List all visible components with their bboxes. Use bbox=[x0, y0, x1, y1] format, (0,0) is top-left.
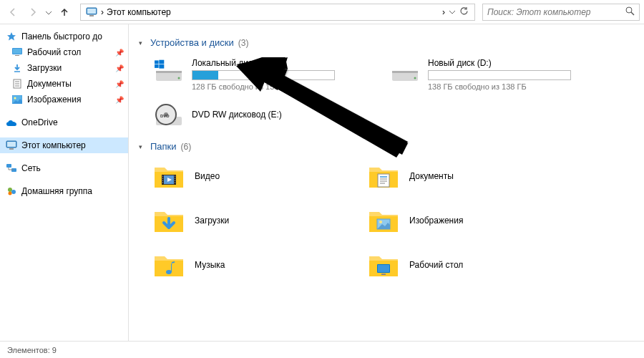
folders-grid: Видео Документы Загрузки Изображения Муз… bbox=[150, 159, 634, 282]
breadcrumb-location[interactable]: Этот компьютер bbox=[104, 7, 442, 17]
svg-point-27 bbox=[178, 77, 180, 79]
refresh-button[interactable] bbox=[459, 6, 469, 18]
sidebar-item-label: Этот компьютер bbox=[21, 140, 86, 150]
group-folders[interactable]: ▾ Папки (6) bbox=[139, 141, 634, 152]
drive-name: Новый диск (D:) bbox=[428, 58, 598, 68]
group-count: (6) bbox=[181, 142, 192, 152]
downloads-icon bbox=[11, 62, 23, 74]
folder-music-icon bbox=[153, 251, 185, 279]
folder-pictures-icon bbox=[368, 206, 399, 235]
svg-point-44 bbox=[162, 175, 163, 176]
drive-c[interactable]: Локальный диск (C:) 128 ГБ свободно из 1… bbox=[150, 55, 365, 94]
forward-button[interactable] bbox=[24, 4, 42, 21]
sidebar-item-label: Загрузки bbox=[27, 63, 62, 73]
svg-rect-1 bbox=[87, 9, 96, 14]
sidebar-onedrive[interactable]: OneDrive bbox=[0, 115, 128, 130]
svg-rect-17 bbox=[9, 148, 14, 150]
this-pc-icon bbox=[85, 6, 98, 19]
navigation-sidebar: Панель быстрого до Рабочий стол 📌 Загруз… bbox=[0, 24, 129, 341]
pictures-icon bbox=[11, 94, 23, 105]
chevron-down-icon: ▾ bbox=[139, 39, 146, 47]
sidebar-desktop[interactable]: Рабочий стол 📌 bbox=[0, 44, 128, 60]
folder-music[interactable]: Музыка bbox=[150, 248, 322, 282]
search-input[interactable] bbox=[487, 7, 625, 17]
drive-free-text: 138 ГБ свободно из 138 ГБ bbox=[428, 82, 598, 91]
sidebar-item-label: Сеть bbox=[21, 163, 41, 173]
svg-point-22 bbox=[8, 188, 12, 192]
svg-rect-30 bbox=[155, 64, 159, 68]
up-button[interactable] bbox=[56, 4, 73, 21]
sidebar-documents[interactable]: Документы 📌 bbox=[0, 76, 128, 92]
folder-label: Видео bbox=[195, 171, 220, 181]
svg-point-45 bbox=[162, 178, 163, 178]
drive-name: DVD RW дисковод (E:) bbox=[192, 110, 362, 120]
svg-rect-18 bbox=[6, 164, 11, 168]
folder-label: Загрузки bbox=[195, 216, 229, 226]
svg-point-24 bbox=[9, 192, 12, 195]
svg-point-3 bbox=[626, 7, 632, 13]
sidebar-item-label: Рабочий стол bbox=[27, 47, 81, 57]
group-count: (3) bbox=[238, 38, 249, 48]
svg-text:DVD: DVD bbox=[160, 114, 170, 118]
svg-point-51 bbox=[175, 182, 175, 183]
content-area: Панель быстрого до Рабочий стол 📌 Загруз… bbox=[0, 24, 644, 341]
group-devices[interactable]: ▾ Устройства и диски (3) bbox=[139, 37, 634, 48]
svg-line-4 bbox=[631, 12, 634, 15]
folder-downloads[interactable]: Загрузки bbox=[150, 203, 322, 238]
folder-documents-icon bbox=[368, 162, 399, 190]
sidebar-homegroup[interactable]: Домашняя группа bbox=[0, 183, 128, 199]
folder-videos-icon bbox=[153, 162, 185, 190]
history-dropdown[interactable] bbox=[46, 7, 52, 17]
sidebar-downloads[interactable]: Загрузки 📌 bbox=[0, 60, 128, 76]
folder-label: Изображения bbox=[409, 216, 463, 226]
back-button[interactable] bbox=[4, 4, 21, 21]
svg-rect-2 bbox=[89, 15, 94, 16]
svg-point-46 bbox=[162, 180, 163, 180]
drives-grid: Локальный диск (C:) 128 ГБ свободно из 1… bbox=[150, 55, 634, 131]
svg-point-23 bbox=[11, 190, 16, 194]
windows-drive-icon bbox=[153, 58, 185, 84]
folder-videos[interactable]: Видео bbox=[150, 159, 322, 193]
group-title: Устройства и диски bbox=[150, 37, 234, 48]
sidebar-pictures[interactable]: Изображения 📌 bbox=[0, 92, 128, 107]
svg-rect-7 bbox=[15, 55, 19, 56]
sidebar-quick-access[interactable]: Панель быстрого до bbox=[0, 29, 128, 44]
chevron-down-icon: ▾ bbox=[139, 143, 146, 150]
sidebar-this-pc[interactable]: Этот компьютер bbox=[0, 137, 128, 153]
folder-pictures[interactable]: Изображения bbox=[365, 203, 537, 238]
capacity-bar bbox=[192, 70, 335, 80]
folder-documents[interactable]: Документы bbox=[365, 159, 537, 193]
onedrive-icon bbox=[6, 117, 17, 128]
sidebar-item-label: Изображения bbox=[27, 95, 81, 105]
svg-rect-52 bbox=[378, 174, 389, 187]
sidebar-item-label: Панель быстрого до bbox=[21, 32, 102, 42]
svg-point-14 bbox=[14, 97, 16, 100]
folder-label: Музыка bbox=[195, 260, 225, 270]
pin-icon: 📌 bbox=[115, 96, 124, 104]
svg-rect-16 bbox=[7, 142, 16, 147]
main-panel: ▾ Устройства и диски (3) Локальный диск … bbox=[129, 24, 644, 341]
drive-name: Локальный диск (C:) bbox=[192, 58, 362, 68]
svg-point-48 bbox=[175, 175, 175, 176]
drive-d[interactable]: Новый диск (D:) 138 ГБ свободно из 138 Г… bbox=[386, 55, 601, 94]
hdd-icon bbox=[389, 58, 421, 84]
folder-desktop-icon bbox=[368, 251, 399, 279]
svg-rect-26 bbox=[156, 71, 182, 73]
address-bar[interactable]: › Этот компьютер › bbox=[80, 4, 475, 21]
svg-point-49 bbox=[175, 178, 175, 178]
drive-free-text: 128 ГБ свободно из 157 ГБ bbox=[192, 82, 362, 91]
drive-e[interactable]: DVD DVD RW дисковод (E:) bbox=[150, 100, 365, 131]
search-icon[interactable] bbox=[625, 6, 635, 18]
svg-rect-61 bbox=[381, 274, 386, 275]
svg-rect-60 bbox=[378, 265, 389, 272]
folder-desktop[interactable]: Рабочий стол bbox=[365, 248, 537, 282]
svg-point-50 bbox=[175, 180, 175, 180]
search-box[interactable] bbox=[482, 4, 640, 21]
sidebar-network[interactable]: Сеть bbox=[0, 160, 128, 176]
svg-point-47 bbox=[162, 182, 163, 183]
svg-rect-28 bbox=[155, 60, 159, 64]
sidebar-item-label: Документы bbox=[27, 79, 72, 89]
folder-label: Рабочий стол bbox=[409, 260, 463, 270]
svg-point-58 bbox=[379, 221, 382, 223]
address-dropdown[interactable] bbox=[449, 6, 455, 18]
